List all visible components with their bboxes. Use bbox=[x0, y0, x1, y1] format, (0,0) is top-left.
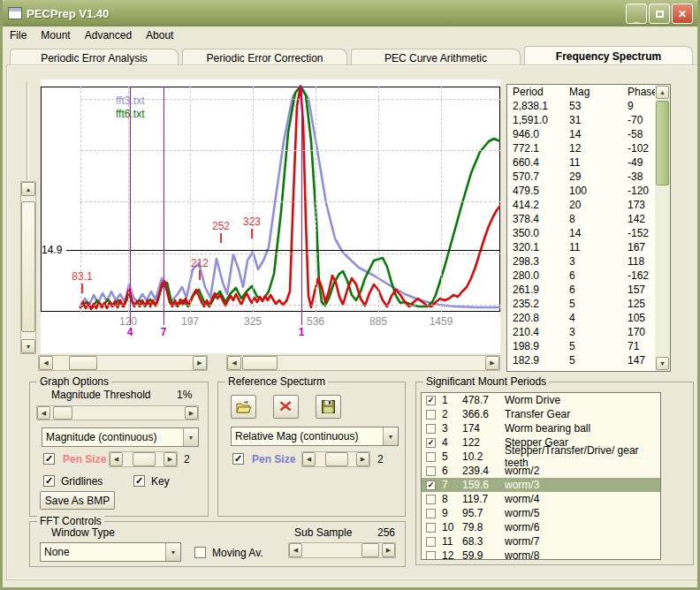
mount-period-checkbox[interactable] bbox=[426, 495, 436, 504]
tab-periodic-error-correction[interactable]: Periodic Error Correction bbox=[182, 49, 347, 66]
mount-period-row-8[interactable]: 8119.7worm/4 bbox=[422, 492, 660, 506]
table-row[interactable]: 220.84105 bbox=[507, 311, 670, 325]
table-row[interactable]: 2,838.1539 bbox=[507, 99, 670, 113]
mount-period-checkbox[interactable] bbox=[426, 523, 436, 533]
mount-period-checkbox[interactable] bbox=[426, 537, 436, 547]
mount-period-row-11[interactable]: 1168.3worm/7 bbox=[422, 534, 660, 548]
mount-period-row-3[interactable]: 3174Worm bearing ball bbox=[422, 421, 660, 435]
scroll-left-arrow-icon[interactable]: ◀ bbox=[302, 452, 316, 466]
chevron-down-icon[interactable]: ▼ bbox=[183, 428, 198, 446]
mount-period-row-6[interactable]: 6239.4worm/2 bbox=[422, 464, 660, 478]
table-row[interactable]: 298.33118 bbox=[507, 254, 670, 269]
scrollbar-thumb[interactable] bbox=[53, 406, 72, 420]
mount-period-checkbox[interactable]: ✓ bbox=[426, 396, 436, 405]
mount-period-row-10[interactable]: 1079.8worm/6 bbox=[422, 520, 660, 534]
mount-period-row-2[interactable]: 2366.6Transfer Gear bbox=[422, 407, 660, 421]
scroll-right-arrow-icon[interactable]: ▶ bbox=[185, 406, 198, 420]
pen-size-slider[interactable]: ◀ ▶ bbox=[109, 451, 178, 467]
table-row[interactable]: 235.25125 bbox=[507, 297, 670, 311]
chart-left-hscrollbar[interactable]: ◀ ▶ bbox=[38, 355, 208, 371]
scroll-right-arrow-icon[interactable]: ▶ bbox=[193, 356, 207, 370]
chart-vertical-scrollbar[interactable]: ▲ ▼ bbox=[20, 181, 36, 354]
mount-period-checkbox[interactable]: ✓ bbox=[426, 480, 436, 490]
sub-sample-slider[interactable]: ◀ ▶ bbox=[288, 542, 396, 558]
scroll-down-arrow-icon[interactable]: ▼ bbox=[656, 357, 669, 370]
scroll-up-arrow-icon[interactable]: ▲ bbox=[21, 182, 35, 196]
table-row[interactable]: 182.95147 bbox=[507, 353, 670, 367]
menu-item-about[interactable]: About bbox=[139, 27, 180, 43]
scroll-left-arrow-icon[interactable]: ◀ bbox=[227, 356, 241, 370]
reference-mode-dropdown[interactable]: Relative Mag (continuous) ▼ bbox=[231, 427, 399, 446]
menu-item-file[interactable]: File bbox=[3, 27, 34, 43]
gridlines-checkbox[interactable]: ✓ bbox=[43, 475, 55, 487]
mount-period-checkbox[interactable] bbox=[426, 410, 436, 420]
table-row[interactable]: 570.729-38 bbox=[507, 170, 670, 184]
scroll-down-arrow-icon[interactable]: ▼ bbox=[21, 339, 35, 353]
scrollbar-thumb[interactable] bbox=[69, 356, 97, 370]
magnitude-threshold-slider[interactable]: ◀ ▶ bbox=[36, 405, 199, 420]
scroll-right-arrow-icon[interactable]: ▶ bbox=[164, 452, 177, 466]
table-vertical-scrollbar[interactable]: ▲ ▼ bbox=[655, 85, 670, 371]
table-row[interactable]: 378.48142 bbox=[507, 212, 670, 226]
key-checkbox[interactable]: ✓ bbox=[133, 475, 145, 487]
table-row[interactable]: 280.06-162 bbox=[507, 269, 670, 283]
scrollbar-thumb[interactable] bbox=[325, 452, 348, 466]
mount-period-checkbox[interactable]: ✓ bbox=[426, 438, 436, 448]
scroll-left-arrow-icon[interactable]: ◀ bbox=[289, 543, 302, 557]
save-as-bmp-button[interactable]: Save As BMP bbox=[40, 491, 115, 510]
save-reference-button[interactable] bbox=[316, 395, 341, 419]
table-row[interactable]: 320.111167 bbox=[507, 240, 670, 254]
scroll-right-arrow-icon[interactable]: ▶ bbox=[356, 452, 369, 466]
mount-period-checkbox[interactable] bbox=[426, 466, 436, 476]
mount-period-checkbox[interactable] bbox=[426, 551, 436, 561]
close-button[interactable]: ✕ bbox=[672, 4, 693, 24]
table-row[interactable]: 772.112-102 bbox=[507, 141, 670, 155]
ref-pen-size-checkbox[interactable]: ✓ bbox=[232, 453, 244, 465]
table-row[interactable]: 1,591.031-70 bbox=[507, 113, 670, 127]
menu-item-mount[interactable]: Mount bbox=[34, 27, 77, 43]
tab-frequency-spectrum[interactable]: Frequency Spectrum bbox=[524, 46, 693, 66]
table-row[interactable]: 479.5100-120 bbox=[507, 184, 670, 198]
moving-av-checkbox[interactable] bbox=[194, 547, 206, 558]
scroll-left-arrow-icon[interactable]: ◀ bbox=[110, 452, 123, 466]
table-row[interactable]: 210.43170 bbox=[507, 325, 670, 339]
chart-right-hscrollbar[interactable]: ◀ ▶ bbox=[226, 355, 500, 371]
scrollbar-thumb[interactable] bbox=[361, 543, 379, 557]
table-row[interactable]: 946.014-58 bbox=[507, 127, 670, 141]
mount-period-row-12[interactable]: 1259.9worm/8 bbox=[422, 548, 660, 560]
scrollbar-thumb[interactable] bbox=[133, 452, 156, 466]
scroll-left-arrow-icon[interactable]: ◀ bbox=[39, 356, 53, 370]
chevron-down-icon[interactable]: ▼ bbox=[165, 543, 180, 561]
scroll-right-arrow-icon[interactable]: ▶ bbox=[485, 356, 499, 370]
mount-period-row-7[interactable]: ✓7159.6worm/3 bbox=[422, 478, 660, 492]
mount-period-row-9[interactable]: 995.7worm/5 bbox=[422, 506, 660, 520]
ref-pen-size-slider[interactable]: ◀ ▶ bbox=[301, 451, 370, 467]
table-row[interactable]: 414.220173 bbox=[507, 198, 670, 212]
scroll-up-arrow-icon[interactable]: ▲ bbox=[656, 86, 669, 99]
display-mode-dropdown[interactable]: Magnitude (continuous) ▼ bbox=[42, 427, 199, 447]
chevron-down-icon[interactable]: ▼ bbox=[383, 427, 398, 445]
scroll-right-arrow-icon[interactable]: ▶ bbox=[382, 543, 395, 557]
mount-period-checkbox[interactable] bbox=[426, 424, 436, 434]
open-reference-button[interactable] bbox=[231, 395, 256, 419]
mount-period-checkbox[interactable] bbox=[426, 509, 436, 518]
tab-pec-curve-arithmetic[interactable]: PEC Curve Arithmetic bbox=[351, 49, 521, 66]
table-row[interactable]: 198.9571 bbox=[507, 339, 670, 353]
scroll-left-arrow-icon[interactable]: ◀ bbox=[37, 406, 50, 420]
scrollbar-thumb[interactable] bbox=[242, 356, 278, 370]
scrollbar-thumb[interactable] bbox=[656, 101, 669, 185]
mount-period-row-1[interactable]: ✓1478.7Worm Drive bbox=[422, 393, 660, 407]
maximize-button[interactable] bbox=[649, 4, 670, 24]
pen-size-checkbox[interactable]: ✓ bbox=[43, 453, 55, 465]
table-row[interactable]: 660.411-49 bbox=[507, 155, 670, 170]
scrollbar-thumb[interactable] bbox=[21, 201, 35, 332]
table-row[interactable]: 350.014-152 bbox=[507, 226, 670, 240]
mount-period-checkbox[interactable] bbox=[426, 452, 436, 462]
tab-periodic-error-analysis[interactable]: Periodic Error Analysis bbox=[10, 49, 179, 66]
mount-periods-list[interactable]: ✓1478.7Worm Drive2366.6Transfer Gear3174… bbox=[421, 392, 661, 560]
minimize-button[interactable]: _ bbox=[626, 4, 647, 24]
window-type-dropdown[interactable]: None ▼ bbox=[40, 542, 181, 562]
mount-period-row-5[interactable]: 510.2Stepper/Transfer/Drive/ gear teeth bbox=[422, 450, 660, 464]
clear-reference-button[interactable]: ✕ bbox=[273, 395, 299, 419]
spectrum-table[interactable]: ▲ ▼ PeriodMagPhase2,838.15391,591.031-70… bbox=[506, 84, 671, 372]
